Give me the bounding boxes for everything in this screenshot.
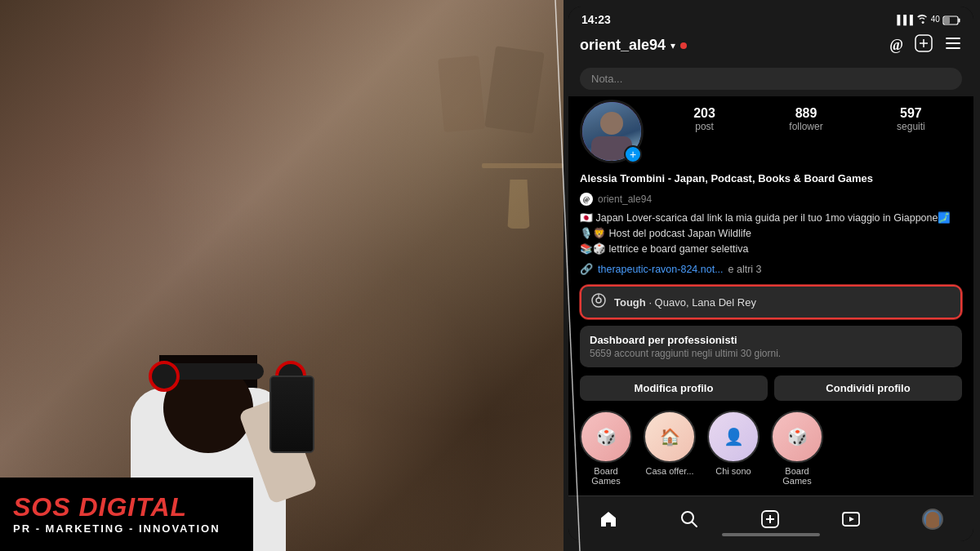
nav-home[interactable]	[599, 509, 618, 529]
svg-marker-19	[849, 517, 854, 522]
bio-line-2: 🎙️🦁 Host del podcast Japan Wildlife	[580, 226, 962, 242]
share-profile-button[interactable]: Condividi profilo	[774, 375, 962, 401]
svg-rect-2	[959, 18, 960, 22]
dropdown-icon[interactable]: ▾	[670, 40, 675, 51]
link-more: e altri 3	[728, 264, 762, 275]
following-stat[interactable]: 597 seguiti	[897, 106, 925, 132]
svg-line-14	[693, 522, 697, 527]
wifi-icon	[916, 14, 928, 25]
brand-title: SOS DIGITAL	[13, 494, 187, 520]
edit-profile-button[interactable]: Modifica profilo	[580, 375, 768, 401]
highlight-circle-4: 🎲	[771, 411, 823, 463]
dashboard-sub: 5659 account raggiunti negli ultimi 30 g…	[590, 348, 952, 359]
add-post-icon[interactable]	[915, 34, 933, 56]
nav-search[interactable]	[679, 509, 699, 529]
avatar-plus-button[interactable]: +	[624, 145, 642, 163]
followers-count: 889	[789, 106, 822, 121]
bottom-pill	[722, 533, 820, 536]
highlight-item-2[interactable]: 🏠 Casa offer...	[644, 411, 696, 486]
music-artist: Quavo, Lana Del Rey	[655, 296, 756, 309]
following-count: 597	[897, 106, 925, 121]
status-icons: ▐▐▐ 40	[893, 14, 960, 25]
threads-handle-row[interactable]: @ orient_ale94	[568, 191, 973, 211]
action-buttons: Modifica profilo Condividi profilo	[568, 375, 973, 411]
music-row[interactable]: Tough · Quavo, Lana Del Rey	[580, 285, 962, 319]
brand-overlay: SOS DIGITAL PR - MARKETING - INNOVATION	[0, 478, 253, 551]
profile-name: Alessia Trombini - Japan, Podcast, Books…	[580, 171, 962, 186]
threads-icon[interactable]: @	[889, 37, 903, 54]
dashboard-title: Dashboard per professionisti	[590, 334, 952, 346]
posts-label: post	[693, 121, 715, 132]
highlight-label-4: BoardGames	[782, 466, 811, 486]
followers-stat[interactable]: 889 follower	[789, 106, 822, 132]
nav-reels[interactable]	[841, 509, 861, 529]
ig-username: orient_ale94	[580, 37, 666, 54]
highlight-circle-2: 🏠	[644, 411, 696, 463]
highlight-item-4[interactable]: 🎲 BoardGames	[771, 411, 823, 486]
followers-label: follower	[789, 121, 822, 132]
highlight-circle-1: 🎲	[580, 411, 632, 463]
bio-line-1: 🇯🇵 Japan Lover-scarica dal link la mia g…	[580, 211, 962, 226]
live-dot	[680, 42, 687, 49]
music-song: Tough	[614, 296, 646, 309]
svg-point-10	[592, 294, 605, 307]
notes-input[interactable]: Nota...	[580, 68, 962, 90]
battery-icon: 40	[931, 14, 960, 24]
highlight-label-2: Casa offer...	[645, 466, 693, 476]
threads-handle: orient_ale94	[598, 193, 652, 205]
status-time: 14:23	[581, 13, 611, 26]
background-photo	[0, 0, 572, 551]
header-icons: @	[889, 34, 962, 56]
following-label: seguiti	[897, 121, 925, 132]
threads-icon-small: @	[580, 193, 593, 206]
dashboard-section: Dashboard per professionisti 5659 accoun…	[580, 326, 962, 367]
profile-avatar[interactable]: +	[580, 100, 644, 163]
brand-subtitle: PR - MARKETING - INNOVATION	[13, 522, 220, 535]
ig-header: orient_ale94 ▾ @	[568, 29, 973, 63]
username-row[interactable]: orient_ale94 ▾	[580, 37, 687, 54]
music-separator: ·	[648, 296, 654, 309]
posts-stat[interactable]: 203 post	[693, 106, 715, 132]
svg-rect-3	[944, 17, 950, 24]
profile-link: therapeutic-ravon-824.not...	[598, 264, 724, 275]
profile-stats: 203 post 889 follower 597 seguiti	[657, 100, 962, 132]
highlight-item-1[interactable]: 🎲 BoardGames	[580, 411, 632, 486]
phone-screen: 14:23 ▐▐▐ 40 orient_ale94 ▾ @	[568, 7, 973, 541]
notes-bar: Nota...	[568, 63, 973, 96]
highlights-row: 🎲 BoardGames 🏠 Casa offer... 👤 Chi sono …	[568, 411, 973, 495]
nav-add[interactable]	[760, 509, 780, 529]
link-icon: 🔗	[580, 263, 593, 275]
signal-icon: ▐▐▐	[893, 15, 912, 24]
menu-icon[interactable]	[944, 34, 962, 56]
music-text: Tough · Quavo, Lana Del Rey	[614, 296, 756, 309]
posts-count: 203	[693, 106, 715, 121]
profile-row: + 203 post 889 follower 597 seguiti	[568, 96, 973, 171]
highlight-label-1: BoardGames	[591, 466, 620, 486]
music-icon	[591, 293, 606, 311]
profile-name-section: Alessia Trombini - Japan, Podcast, Books…	[568, 171, 973, 191]
highlight-label-3: Chi sono	[715, 466, 751, 476]
profile-link-row[interactable]: 🔗 therapeutic-ravon-824.not... e altri 3	[568, 263, 973, 282]
profile-bio: 🇯🇵 Japan Lover-scarica dal link la mia g…	[568, 211, 973, 263]
svg-point-11	[596, 298, 601, 303]
nav-profile[interactable]	[922, 509, 943, 530]
bio-line-3: 📚🎲 lettrice e board gamer selettiva	[580, 242, 962, 257]
status-bar: 14:23 ▐▐▐ 40	[568, 7, 973, 29]
highlight-item-3[interactable]: 👤 Chi sono	[707, 411, 760, 486]
highlight-circle-3: 👤	[707, 411, 760, 463]
